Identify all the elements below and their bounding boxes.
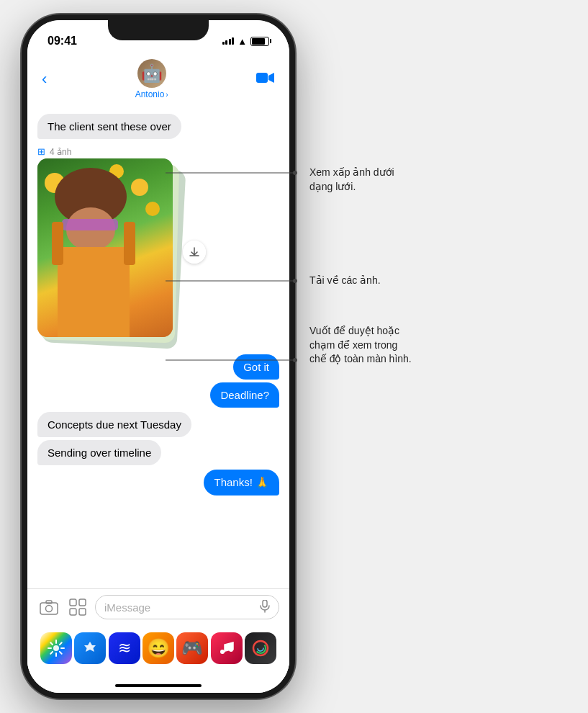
wifi-icon: ▲	[238, 36, 247, 47]
message-received-2[interactable]: Concepts due next Tuesday	[37, 412, 191, 437]
status-time: 09:41	[48, 35, 77, 48]
message-sent-1[interactable]: Got it	[233, 354, 279, 380]
svg-rect-7	[79, 609, 86, 615]
battery-icon	[250, 37, 269, 46]
contact-name: Antonio ›	[135, 89, 168, 99]
photo-stack-container[interactable]: ⊞ 4 ảnh	[37, 143, 279, 350]
chat-area[interactable]: The client sent these over ⊞ 4 ảnh	[27, 107, 289, 588]
svg-point-14	[255, 643, 266, 653]
message-received-1[interactable]: The client sent these over	[37, 114, 181, 139]
svg-rect-5	[79, 599, 86, 606]
phone-wrapper: 09:41 ▲ ‹ 🤖	[22, 14, 295, 699]
annotation-text-2: Tải về các ảnh.	[309, 274, 381, 288]
dock-app-music[interactable]	[211, 632, 243, 664]
dock-app-photos[interactable]	[40, 632, 72, 664]
annotation-1: Xem xấp ảnh dướidạng lưới.	[309, 166, 394, 194]
message-sent-3[interactable]: Thanks! 🙏	[204, 470, 279, 495]
message-sent-2[interactable]: Deadline?	[210, 382, 279, 408]
app-dock: ≋ 😄 🎮	[27, 625, 289, 678]
message-received-3[interactable]: Sending over timeline	[37, 440, 161, 465]
dock-app-shazam[interactable]: ≋	[109, 632, 140, 664]
svg-point-12	[229, 647, 233, 652]
received-messages-group: Concepts due next Tuesday Sending over t…	[37, 412, 279, 465]
photo-count-label: 4 ảnh	[50, 147, 71, 157]
svg-rect-1	[40, 603, 58, 614]
download-button[interactable]	[183, 241, 206, 264]
dock-app-memoji[interactable]: 😄	[143, 632, 174, 664]
dock-app-fitness[interactable]	[245, 632, 276, 664]
svg-rect-3	[46, 601, 52, 604]
apps-button[interactable]	[66, 596, 89, 619]
annotation-text-1: Xem xấp ảnh dướidạng lưới.	[309, 166, 394, 194]
sent-messages-group: Got it Deadline?	[37, 354, 279, 408]
svg-point-15	[258, 645, 263, 651]
notch	[108, 20, 209, 40]
home-indicator	[27, 678, 289, 693]
input-placeholder: iMessage	[104, 601, 150, 614]
svg-rect-0	[256, 73, 268, 83]
svg-point-2	[46, 606, 53, 612]
video-call-button[interactable]	[256, 71, 275, 88]
message-input[interactable]: iMessage	[95, 595, 279, 619]
mic-icon	[260, 600, 270, 615]
annotation-3: Vuốt để duyệt hoặcchạm để xem trongchế đ…	[309, 324, 412, 367]
photo-grid-icon: ⊞	[37, 146, 45, 157]
battery-fill	[252, 38, 265, 45]
back-button[interactable]: ‹	[42, 70, 47, 89]
svg-point-10	[53, 645, 59, 651]
status-icons: ▲	[222, 36, 269, 47]
photo-stack[interactable]	[37, 158, 181, 346]
camera-button[interactable]	[37, 596, 60, 619]
screen: 09:41 ▲ ‹ 🤖	[27, 20, 289, 693]
annotations-panel: Xem xấp ảnh dướidạng lưới. Tải về các ản…	[309, 0, 569, 713]
annotation-2: Tải về các ảnh.	[309, 274, 381, 288]
svg-rect-6	[70, 609, 76, 615]
photo-count-row: ⊞ 4 ảnh	[37, 146, 279, 157]
contact-avatar: 🤖	[137, 59, 166, 88]
photo-main-image[interactable]	[37, 158, 173, 337]
dock-app-appstore[interactable]	[74, 632, 106, 664]
annotation-text-3: Vuốt để duyệt hoặcchạm để xem trongchế đ…	[309, 324, 412, 367]
input-bar: iMessage	[27, 588, 289, 625]
svg-point-11	[220, 650, 225, 654]
nav-center[interactable]: 🤖 Antonio ›	[135, 59, 168, 99]
dock-app-games[interactable]: 🎮	[176, 632, 208, 664]
signal-bars-icon	[222, 37, 235, 45]
phone-frame: 09:41 ▲ ‹ 🤖	[22, 14, 295, 699]
svg-rect-4	[70, 599, 76, 606]
svg-rect-8	[263, 600, 267, 607]
nav-bar: ‹ 🤖 Antonio ›	[27, 55, 289, 107]
home-bar	[115, 684, 202, 687]
